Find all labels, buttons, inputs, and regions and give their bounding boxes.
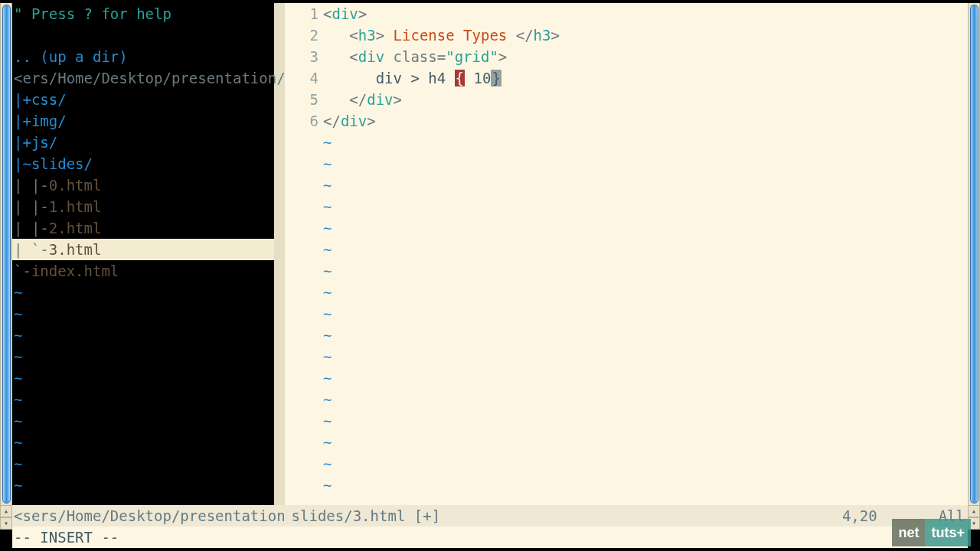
empty-line-marker: ~: [323, 217, 968, 239]
empty-line-marker: ~: [323, 153, 968, 174]
tree-item[interactable]: `-index.html: [12, 260, 274, 282]
code-line[interactable]: <div class="grid">: [323, 46, 968, 67]
editor-buffer[interactable]: <div> <h3> License Types </h3> <div clas…: [323, 3, 968, 505]
empty-line-marker: ~: [12, 474, 274, 496]
help-hint: " Press ? for help: [12, 3, 274, 24]
status-file: slides/3.html [+]: [292, 505, 440, 527]
nettuts-watermark: net tuts+: [892, 519, 971, 546]
empty-line-marker: ~: [323, 282, 968, 303]
nerdtree-panel[interactable]: " Press ? for help .. (up a dir) <ers/Ho…: [12, 3, 274, 505]
empty-line-marker: ~: [323, 367, 968, 389]
empty-line-marker: ~: [323, 410, 968, 432]
empty-line-marker: ~: [323, 324, 968, 346]
empty-line-marker: ~: [323, 474, 968, 496]
empty-line-marker: ~: [323, 303, 968, 324]
empty-line-marker: ~: [12, 389, 274, 410]
empty-line-marker: ~: [323, 346, 968, 367]
tree-item[interactable]: |+js/: [12, 132, 274, 153]
empty-line-marker: ~: [12, 303, 274, 324]
code-line[interactable]: div > h4 { 10}: [323, 67, 968, 89]
empty-line-marker: ~: [323, 260, 968, 282]
tree-item[interactable]: |+img/: [12, 110, 274, 132]
tree-updir[interactable]: .. (up a dir): [12, 46, 274, 67]
empty-line-marker: ~: [323, 239, 968, 260]
scrollbar-left[interactable]: [0, 3, 12, 505]
code-line[interactable]: </div>: [323, 110, 968, 132]
empty-line-marker: ~: [323, 432, 968, 453]
code-line[interactable]: </div>: [323, 89, 968, 110]
empty-line-marker: ~: [323, 453, 968, 474]
empty-line-marker: ~: [12, 367, 274, 389]
code-line[interactable]: <h3> License Types </h3>: [323, 24, 968, 46]
empty-line-marker: ~: [323, 132, 968, 153]
empty-line-marker: ~: [12, 282, 274, 303]
status-cursor-pos: 4,20: [842, 505, 877, 527]
tree-item[interactable]: | |-1.html: [12, 196, 274, 217]
editor-panel[interactable]: 123456 <div> <h3> License Types </h3> <d…: [285, 3, 968, 505]
mode-line: -- INSERT --: [12, 527, 968, 548]
tree-root[interactable]: <ers/Home/Desktop/presentation/: [12, 67, 274, 89]
empty-line-marker: ~: [12, 453, 274, 474]
empty-line-marker: ~: [12, 346, 274, 367]
empty-line-marker: ~: [323, 196, 968, 217]
tree-item[interactable]: | |-2.html: [12, 217, 274, 239]
tree-item[interactable]: |+css/: [12, 89, 274, 110]
scroll-stepper-left[interactable]: ▴▾: [0, 505, 12, 530]
scrollbar-right[interactable]: [968, 3, 980, 505]
line-number-gutter: 123456: [285, 3, 323, 505]
empty-line-marker: ~: [323, 174, 968, 196]
tree-item[interactable]: |~slides/: [12, 153, 274, 174]
tree-item[interactable]: | `-3.html: [12, 239, 274, 260]
empty-line-marker: ~: [323, 389, 968, 410]
code-line[interactable]: <div>: [323, 3, 968, 24]
tree-item[interactable]: | |-0.html: [12, 174, 274, 196]
status-tree-path: <sers/Home/Desktop/presentation: [12, 505, 286, 527]
empty-line-marker: ~: [12, 432, 274, 453]
empty-line-marker: ~: [12, 324, 274, 346]
vim-mode: -- INSERT --: [14, 529, 119, 546]
empty-line-marker: ~: [12, 410, 274, 432]
statusline: <sers/Home/Desktop/presentation slides/3…: [12, 505, 968, 527]
